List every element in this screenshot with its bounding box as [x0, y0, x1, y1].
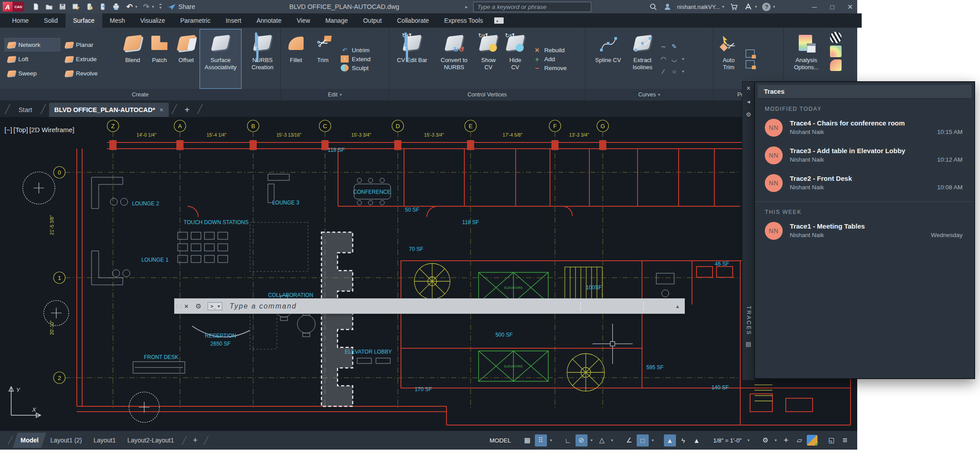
curve-tool-icon[interactable]: ◡	[669, 53, 679, 65]
nurbs-creation-toggle[interactable]: NURBS Creation	[242, 29, 284, 89]
curve-tool-icon[interactable]: ◠	[659, 53, 668, 65]
untrim-button[interactable]: ↶ Untrim	[341, 46, 371, 54]
redo-icon[interactable]: ↷	[142, 2, 151, 11]
maximize-button[interactable]: □	[826, 0, 838, 13]
hide-cv-button[interactable]: ↻↺ Hide CV	[502, 29, 529, 89]
traces-palette-titlebar[interactable]: × ◂ ⚙ TRACES ▤	[742, 81, 755, 380]
undo-icon[interactable]: ↶	[125, 2, 134, 11]
loft-button[interactable]: Loft	[4, 52, 60, 66]
network-button[interactable]: Network	[4, 38, 60, 51]
open-from-web-mobile-icon[interactable]	[85, 2, 94, 11]
remove-button[interactable]: − Remove	[533, 64, 567, 71]
patch-button[interactable]: Patch	[146, 29, 173, 89]
minimize-button[interactable]: ─	[808, 0, 821, 13]
curve-tool-icon[interactable]: ✎	[669, 41, 679, 52]
ucs-icon[interactable]: Y X	[9, 387, 41, 417]
ribbon-tab[interactable]: Collaborate	[389, 13, 437, 28]
command-input[interactable]: Type a command	[225, 302, 549, 310]
ribbon-tab[interactable]: Solid	[36, 13, 65, 28]
trace-item[interactable]: NN Trace3 - Add table in Elevator Lobby …	[755, 142, 974, 169]
workspace-switching-icon[interactable]: ▱	[793, 434, 805, 446]
surface-associativity-toggle[interactable]: Surface Associativity	[200, 29, 242, 89]
offset-button[interactable]: Offset	[173, 29, 200, 89]
ribbon-tab[interactable]: View	[289, 13, 318, 28]
autodesk-dropdown-icon[interactable]: ▾	[755, 4, 757, 9]
polar-dropdown[interactable]: ▾	[589, 434, 595, 446]
palette-properties-gear-icon[interactable]: ⚙	[744, 110, 753, 119]
layout-tab[interactable]: Layout1 (2)	[45, 433, 88, 448]
command-customize-wrench-icon[interactable]: ⚙	[192, 302, 205, 310]
ribbon-tab[interactable]: Visualize	[133, 13, 173, 28]
trace-item[interactable]: NN Trace2 - Front Desk Nishant Naik 10:0…	[755, 169, 974, 197]
share-button[interactable]: Share	[168, 3, 195, 10]
recent-commands-button[interactable]: >_▾	[208, 302, 222, 310]
isometric-drafting-toggle[interactable]: △	[596, 434, 608, 446]
panel-label-edit[interactable]: Edit▾	[281, 89, 389, 100]
panel-label-control-vertices[interactable]: Control Vertices	[389, 89, 585, 100]
undo-dropdown-icon[interactable]: ▾	[135, 4, 138, 9]
auto-trim-button[interactable]: ✂ Auto Trim	[715, 29, 742, 89]
new-file-icon[interactable]	[31, 2, 40, 11]
curve-tool-icon[interactable]: ○	[669, 66, 679, 77]
close-button[interactable]: ×	[844, 0, 856, 13]
revolve-button[interactable]: Revolve	[62, 67, 116, 80]
curve-tool-icon[interactable]: ∕	[659, 66, 668, 77]
palette-anchor-icon[interactable]: ▤	[744, 340, 753, 349]
tracking-toggle[interactable]: ▲	[691, 434, 703, 446]
fillet-button[interactable]: Fillet	[283, 29, 309, 89]
curvature-analysis-icon[interactable]	[830, 46, 842, 57]
extend-button[interactable]: ↑ Extend	[341, 55, 371, 63]
file-tab-active[interactable]: BLVD OFFICE_PLAN-AUTOCAD* ×	[49, 103, 169, 117]
viewport-minus-control[interactable]: [−]	[4, 126, 12, 133]
title-expand-icon[interactable]: ▸	[465, 0, 468, 13]
drawing-area[interactable]: [−] [Top] [2D Wireframe] Z A	[0, 117, 857, 431]
settings-dropdown-icon[interactable]: ▾	[773, 434, 779, 446]
panel-label-curves[interactable]: Curves▾	[585, 89, 713, 100]
isolate-objects-icon[interactable]: +	[780, 434, 792, 446]
customization-menu-icon[interactable]: ≡	[839, 434, 851, 446]
blend-button[interactable]: Blend	[119, 29, 146, 89]
palette-autohide-icon[interactable]: ◂	[744, 97, 753, 106]
app-store-cart-icon[interactable]	[730, 2, 738, 11]
planar-button[interactable]: Planar	[62, 38, 116, 51]
user-avatar-icon[interactable]	[663, 2, 672, 11]
trace-item[interactable]: NN Trace4 - Chairs for conference room N…	[755, 114, 974, 142]
layout-tab[interactable]: Layout1	[88, 433, 121, 448]
save-to-web-mobile-icon[interactable]	[98, 2, 107, 11]
palette-close-icon[interactable]: ×	[744, 84, 753, 93]
search-input[interactable]: Type a keyword or phrase	[473, 2, 591, 12]
spline-cv-button[interactable]: Spline CV	[587, 29, 629, 89]
sculpt-button[interactable]: Sculpt	[341, 64, 371, 71]
object-snap-toggle[interactable]: □	[637, 434, 649, 446]
curve-tool-icon[interactable]	[680, 41, 686, 52]
polar-tracking-toggle[interactable]: ⊘	[575, 434, 588, 446]
clean-screen-icon[interactable]: ◱	[826, 434, 838, 446]
cv-edit-bar-button[interactable]: ↻↺ CV Edit Bar	[391, 29, 433, 89]
extract-isolines-button[interactable]: Extract Isolines	[629, 29, 656, 89]
help-dropdown-icon[interactable]: ▾	[773, 4, 775, 9]
ortho-mode-toggle[interactable]: ∟	[562, 434, 574, 446]
search-icon[interactable]	[649, 2, 658, 11]
analysis-options-button[interactable]: Analysis Options...	[785, 29, 827, 89]
command-line[interactable]: ⋮⋮ × ⚙ >_▾ Type a command ▲	[174, 298, 685, 314]
redo-dropdown-icon[interactable]: ▾	[152, 4, 154, 9]
command-history-up-icon[interactable]: ▲	[675, 304, 684, 309]
user-name[interactable]: nishant.naikVY...	[677, 4, 720, 10]
new-drawing-tab-button[interactable]: +	[180, 103, 194, 117]
snap-dropdown[interactable]: ▾	[548, 434, 554, 446]
viewport-view-control[interactable]: [Top]	[13, 126, 28, 133]
open-file-icon[interactable]	[45, 2, 54, 11]
convert-to-nurbs-button[interactable]: ↻↺ Convert to NURBS	[433, 29, 475, 89]
curve-tool-icon[interactable]: ∼	[659, 41, 668, 52]
isodraft-dropdown[interactable]: ▾	[609, 434, 615, 446]
command-close-icon[interactable]: ×	[181, 302, 192, 310]
show-cv-button[interactable]: ↻↺ Show CV	[475, 29, 502, 89]
curve-tool-icon[interactable]: ▾	[680, 66, 686, 77]
project-geometry-icon[interactable]	[746, 50, 755, 58]
save-as-icon[interactable]	[71, 2, 80, 11]
ribbon-tab[interactable]: Express Tools	[437, 13, 491, 28]
scale-dropdown-icon[interactable]: ▾	[746, 434, 751, 446]
grid-display-toggle[interactable]: ▦	[521, 434, 534, 446]
snap-override-toggle[interactable]: ϟ	[677, 434, 689, 446]
layout-tab[interactable]: Layout2-Layout1	[122, 433, 179, 448]
